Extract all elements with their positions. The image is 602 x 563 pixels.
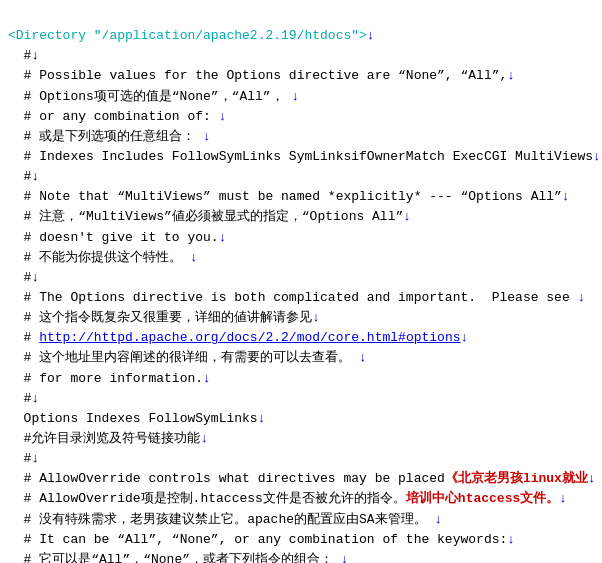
code-text: #↓	[8, 48, 39, 63]
code-text: #↓	[8, 169, 39, 184]
code-text: # 没有特殊需求，老男孩建议禁止它。apache的配置应由SA来管理。	[8, 512, 427, 527]
line-ending: ↓	[570, 290, 586, 305]
line-ending: ↓	[562, 189, 570, 204]
code-text: # for more information.	[8, 371, 203, 386]
watermark-text: 培训中心htaccess文件。	[406, 491, 559, 506]
apache-docs-link[interactable]: http://httpd.apache.org/docs/2.2/mod/cor…	[39, 330, 460, 345]
line-ending: ↓	[203, 371, 211, 386]
code-text: # Options项可选的值是“None”，“All”，	[8, 89, 284, 104]
line-ending: ↓	[182, 250, 198, 265]
code-line-2: #↓	[8, 46, 594, 66]
code-text: Options Indexes FollowSymLinks	[8, 411, 258, 426]
code-line-10: # 注意，“MultiViews”値必须被显式的指定，“Options All”…	[8, 207, 594, 227]
code-text: # 这个指令既复杂又很重要，详细的値讲解请参见	[8, 310, 312, 325]
code-text: # 这个地址里内容阐述的很详细，有需要的可以去查看。	[8, 350, 351, 365]
code-line-22: #↓	[8, 449, 594, 469]
code-editor: <Directory "/application/apache2.2.19/ht…	[0, 0, 602, 563]
line-ending: ↓	[211, 109, 227, 124]
code-line-27: # 它可以是“All”，“None”，或者下列指令的组合： ↓	[8, 550, 594, 563]
code-line-7: # Indexes Includes FollowSymLinks SymLin…	[8, 147, 594, 167]
line-ending: ↓	[507, 68, 515, 83]
code-line-23: # AllowOverride controls what directives…	[8, 469, 594, 489]
code-line-8: #↓	[8, 167, 594, 187]
line-ending: ↓	[351, 350, 367, 365]
code-line-4: # Options项可选的值是“None”，“All”， ↓	[8, 87, 594, 107]
line-ending: ↓	[333, 552, 349, 563]
code-line-3: # Possible values for the Options direct…	[8, 66, 594, 86]
code-text: # 或是下列选项的任意组合：	[8, 129, 195, 144]
line-ending: ↓	[195, 129, 211, 144]
code-text: # or any combination of:	[8, 109, 211, 124]
code-text: # AllowOverride项是控制.htaccess文件是否被允许的指令。	[8, 491, 406, 506]
code-text: # The Options directive is both complica…	[8, 290, 570, 305]
directory-tag: <Directory "/application/apache2.2.19/ht…	[8, 28, 367, 43]
line-ending: ↓	[593, 149, 601, 164]
code-text: # 它可以是“All”，“None”，或者下列指令的组合：	[8, 552, 333, 563]
line-ending: ↓	[403, 209, 411, 224]
code-line-13: #↓	[8, 268, 594, 288]
code-line-26: # It can be “All”, “None”, or any combin…	[8, 530, 594, 550]
code-text: # 注意，“MultiViews”値必须被显式的指定，“Options All”	[8, 209, 403, 224]
code-line-21: #允许目录浏览及符号链接功能↓	[8, 429, 594, 449]
code-text: # AllowOverride controls what directives…	[8, 471, 445, 486]
code-text: # It can be “All”, “None”, or any combin…	[8, 532, 507, 547]
watermark-text: 《北京老男孩linux就业	[445, 471, 588, 486]
line-ending: ↓	[200, 431, 208, 446]
code-line-20: Options Indexes FollowSymLinks↓	[8, 409, 594, 429]
code-line-17: # 这个地址里内容阐述的很详细，有需要的可以去查看。 ↓	[8, 348, 594, 368]
line-ending: ↓	[219, 230, 227, 245]
code-text: # doesn't give it to you.	[8, 230, 219, 245]
code-line-6: # 或是下列选项的任意组合： ↓	[8, 127, 594, 147]
line-ending: ↓	[312, 310, 320, 325]
code-text: #允许目录浏览及符号链接功能	[8, 431, 200, 446]
code-text: #	[8, 330, 39, 345]
code-line-16: # http://httpd.apache.org/docs/2.2/mod/c…	[8, 328, 594, 348]
code-text: #↓	[8, 391, 39, 406]
line-ending: ↓	[507, 532, 515, 547]
line-ending: ↓	[258, 411, 266, 426]
line-ending: ↓	[284, 89, 300, 104]
code-line-15: # 这个指令既复杂又很重要，详细的値讲解请参见↓	[8, 308, 594, 328]
code-line-5: # or any combination of: ↓	[8, 107, 594, 127]
code-line-24: # AllowOverride项是控制.htaccess文件是否被允许的指令。培…	[8, 489, 594, 509]
code-text: # Note that “MultiViews” must be named *…	[8, 189, 562, 204]
code-text: # Indexes Includes FollowSymLinks SymLin…	[8, 149, 593, 164]
code-line-12: # 不能为你提供这个特性。 ↓	[8, 248, 594, 268]
line-ending: ↓	[427, 512, 443, 527]
line-ending: ↓	[559, 491, 567, 506]
code-line-25: # 没有特殊需求，老男孩建议禁止它。apache的配置应由SA来管理。 ↓	[8, 510, 594, 530]
line-ending: ↓	[588, 471, 596, 486]
code-text: # 不能为你提供这个特性。	[8, 250, 182, 265]
code-line-14: # The Options directive is both complica…	[8, 288, 594, 308]
code-text: #↓	[8, 270, 39, 285]
line-ending: ↓	[367, 28, 375, 43]
code-text: #↓	[8, 451, 39, 466]
line-ending: ↓	[461, 330, 469, 345]
code-line-19: #↓	[8, 389, 594, 409]
code-line-9: # Note that “MultiViews” must be named *…	[8, 187, 594, 207]
code-line-11: # doesn't give it to you.↓	[8, 228, 594, 248]
code-line-1: <Directory "/application/apache2.2.19/ht…	[8, 26, 594, 46]
code-text: # Possible values for the Options direct…	[8, 68, 507, 83]
code-line-18: # for more information.↓	[8, 369, 594, 389]
